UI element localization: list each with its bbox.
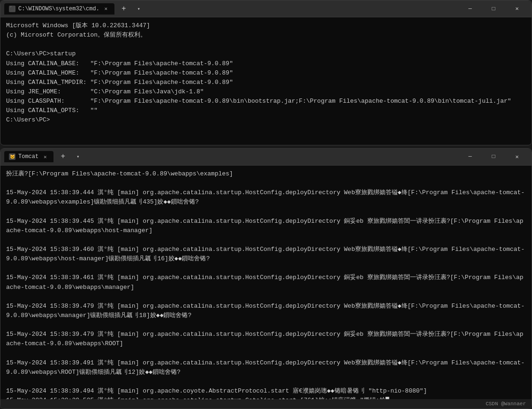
cmd-add-tab-button[interactable]: + <box>117 2 130 15</box>
cmd-tab-close-btn[interactable]: ✕ <box>102 5 110 13</box>
cmd-minimize-button[interactable]: ─ <box>459 2 481 16</box>
cmd-close-button[interactable]: ✕ <box>506 2 528 16</box>
cmd-title-bar: ⬛ C:\WINDOWS\system32\cmd. ✕ + ▾ ─ □ ✕ <box>0 0 532 17</box>
bottom-bar-text: CSDN @Wannaer <box>486 401 526 407</box>
tomcat-tab-dropdown-button[interactable]: ▾ <box>72 150 84 163</box>
tomcat-title-bar: 🐱 Tomcat ✕ + ▾ ─ □ ✕ <box>0 149 532 166</box>
tomcat-maximize-button[interactable]: □ <box>483 150 504 164</box>
tomcat-tab-list: 🐱 Tomcat ✕ + ▾ <box>4 150 456 163</box>
cmd-window-controls: ─ □ ✕ <box>459 2 528 16</box>
cmd-tab-icon: ⬛ <box>9 6 15 12</box>
cmd-maximize-button[interactable]: □ <box>483 2 504 16</box>
tomcat-window-controls: ─ □ ✕ <box>459 150 528 164</box>
tomcat-close-button[interactable]: ✕ <box>506 150 528 164</box>
cmd-tab-list: ⬛ C:\WINDOWS\system32\cmd. ✕ + ▾ <box>4 2 456 15</box>
cmd-tab-label: C:\WINDOWS\system32\cmd. <box>18 6 99 12</box>
cmd-tab-dropdown-button[interactable]: ▾ <box>133 2 144 15</box>
tomcat-minimize-button[interactable]: ─ <box>459 150 481 164</box>
tomcat-tab-label: Tomcat <box>18 153 38 160</box>
cmd-terminal-output: Microsoft Windows [版本 10.0.22631.3447] (… <box>0 17 532 145</box>
tomcat-tab-close-btn[interactable]: ✕ <box>41 153 49 160</box>
bottom-status-bar: CSDN @Wannaer <box>0 399 532 409</box>
cmd-window: ⬛ C:\WINDOWS\system32\cmd. ✕ + ▾ ─ □ ✕ M… <box>0 0 532 145</box>
tomcat-tab[interactable]: 🐱 Tomcat ✕ <box>4 151 53 162</box>
tomcat-add-tab-button[interactable]: + <box>56 150 69 163</box>
tomcat-terminal-output: 扮汪裹?[F:\Program Files\apache-tomcat-9.0.… <box>0 166 532 399</box>
tomcat-window: 🐱 Tomcat ✕ + ▾ ─ □ ✕ 扮汪裹?[F:\Program Fil… <box>0 148 532 409</box>
tomcat-tab-icon: 🐱 <box>9 153 15 160</box>
cmd-tab[interactable]: ⬛ C:\WINDOWS\system32\cmd. ✕ <box>4 3 114 15</box>
